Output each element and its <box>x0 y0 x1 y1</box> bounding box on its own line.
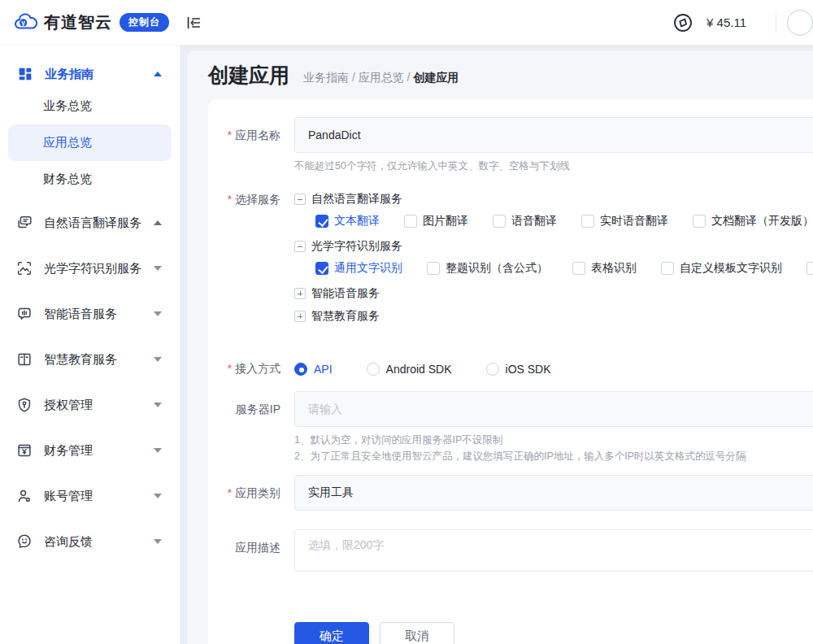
radio-icon[interactable] <box>486 363 499 376</box>
main-area: 创建应用 业务指南 应用总览 创建应用 应用名称 不能超过50个字符，仅允许输入… <box>180 46 813 644</box>
breadcrumb: 业务指南 应用总览 创建应用 <box>303 71 459 85</box>
collapse-minus-icon[interactable] <box>294 194 306 205</box>
checkbox-table-ocr[interactable]: 表格识别 <box>572 261 637 276</box>
confirm-button[interactable]: 确定 <box>294 622 369 644</box>
user-avatar[interactable] <box>787 10 813 36</box>
grid-dashboard-icon <box>16 65 34 83</box>
category-label: 应用类别 <box>208 475 280 511</box>
checkbox-text-translation[interactable]: 文本翻译 <box>315 214 380 228</box>
sidebar-item-finance[interactable]: 财务管理 <box>0 438 180 463</box>
sidebar-item-application-overview[interactable]: 应用总览 <box>8 124 172 161</box>
checkbox-realtime-speech-translation[interactable]: 实时语音翻译 <box>581 214 668 228</box>
radio-label: API <box>314 363 333 376</box>
checkbox-icon[interactable] <box>572 262 585 275</box>
sidebar-subitem-label: 业务总览 <box>43 98 92 114</box>
breadcrumb-item[interactable]: 业务指南 <box>303 71 359 85</box>
coin-balance-icon[interactable] <box>672 11 694 34</box>
sidebar-item-nlp-translation[interactable]: 自然语言翻译服务 <box>0 211 180 235</box>
breadcrumb-item[interactable]: 应用总览 <box>359 71 414 85</box>
finance-icon <box>15 442 33 459</box>
checkbox-icon[interactable] <box>581 215 594 228</box>
chevron-down-icon <box>154 402 162 407</box>
collapse-sidebar-button[interactable] <box>185 14 202 32</box>
radio-selected-icon[interactable] <box>294 363 307 376</box>
expand-plus-icon[interactable] <box>294 288 306 299</box>
service-group-nlp[interactable]: 自然语言翻译服务 <box>294 191 813 207</box>
create-app-form-card: 应用名称 不能超过50个字符，仅允许输入中英文、数字、空格与下划线 选择服务 <box>208 99 813 644</box>
checkbox-question-ocr[interactable]: 整题识别（含公式） <box>427 261 548 276</box>
sidebar-service-list: 自然语言翻译服务 光学字符识别服务 智能语音服务 <box>0 211 180 554</box>
category-select[interactable] <box>294 475 813 511</box>
sidebar: 业务指南 业务总览 应用总览 财务总览 自然语言翻译服务 <box>0 46 180 644</box>
checkbox-label: 自定义模板文字识别 <box>680 261 782 276</box>
service-group-education[interactable]: 智慧教育服务 <box>294 308 813 324</box>
education-service-icon <box>15 350 33 368</box>
page-head: 创建应用 业务指南 应用总览 创建应用 <box>187 50 813 99</box>
checkbox-clipped[interactable] <box>806 262 813 275</box>
expand-plus-icon[interactable] <box>294 311 306 322</box>
sidebar-item-label: 咨询反馈 <box>44 534 93 550</box>
server-ip-input[interactable] <box>294 391 813 427</box>
description-textarea[interactable] <box>294 529 813 572</box>
sidebar-item-business-guide[interactable]: 业务指南 <box>0 60 180 88</box>
checkbox-label: 通用文字识别 <box>334 261 402 276</box>
sidebar-item-voice[interactable]: 智能语音服务 <box>0 302 180 326</box>
sidebar-item-label: 自然语言翻译服务 <box>44 215 141 231</box>
services-label: 选择服务 <box>208 191 280 207</box>
checkbox-checked-icon[interactable] <box>315 215 328 228</box>
radio-label: iOS SDK <box>506 363 551 376</box>
checkbox-label: 文档翻译（开发版） <box>711 214 813 228</box>
checkbox-icon[interactable] <box>806 262 813 275</box>
logo-text: 有道智云 <box>44 11 112 33</box>
checkbox-image-translation[interactable]: 图片翻译 <box>404 214 468 228</box>
checkbox-label: 语音翻译 <box>511 214 557 228</box>
checkbox-icon[interactable] <box>493 215 506 228</box>
sidebar-item-ocr[interactable]: 光学字符识别服务 <box>0 256 180 281</box>
form-row-app-name: 应用名称 不能超过50个字符，仅允许输入中英文、数字、空格与下划线 <box>208 117 813 174</box>
collapse-minus-icon[interactable] <box>294 241 306 252</box>
service-group-ocr[interactable]: 光学字符识别服务 <box>294 238 813 255</box>
collapse-sidebar-icon <box>185 14 202 32</box>
server-ip-help-2: 2、为了正常且安全地使用智云产品，建议您填写正确的IP地址，输入多个IP时以英文… <box>294 449 813 464</box>
radio-api[interactable]: API <box>294 363 333 376</box>
checkbox-custom-template-ocr[interactable]: 自定义模板文字识别 <box>661 261 782 276</box>
main-panel: 创建应用 业务指南 应用总览 创建应用 应用名称 不能超过50个字符，仅允许输入… <box>187 50 813 644</box>
checkbox-icon[interactable] <box>427 262 440 275</box>
header-divider <box>776 12 776 33</box>
sidebar-item-label: 授权管理 <box>44 398 93 413</box>
checkbox-checked-icon[interactable] <box>315 262 328 275</box>
checkbox-label: 表格识别 <box>591 261 637 276</box>
radio-ios-sdk[interactable]: iOS SDK <box>486 363 551 376</box>
chevron-down-icon <box>154 311 162 316</box>
checkbox-general-ocr[interactable]: 通用文字识别 <box>315 261 402 276</box>
sidebar-item-account[interactable]: 账号管理 <box>0 484 180 508</box>
form-row-services: 选择服务 自然语言翻译服务 文本翻译 <box>208 191 813 329</box>
breadcrumb-item-current: 创建应用 <box>413 71 459 85</box>
cancel-button[interactable]: 取消 <box>380 622 454 644</box>
radio-icon[interactable] <box>367 363 380 376</box>
form-row-description: 应用描述 <box>208 529 813 575</box>
sidebar-item-authorization[interactable]: 授权管理 <box>0 393 180 417</box>
app-name-input[interactable] <box>294 117 813 153</box>
chevron-down-icon <box>154 494 162 498</box>
chevron-up-icon <box>154 220 162 225</box>
sidebar-item-feedback[interactable]: 咨询反馈 <box>0 529 180 554</box>
checkbox-speech-translation[interactable]: 语音翻译 <box>493 214 557 228</box>
checkbox-document-translation[interactable]: 文档翻译（开发版） <box>693 214 813 228</box>
service-options-nlp: 文本翻译 图片翻译 语音翻译 <box>315 212 813 230</box>
service-group-voice[interactable]: 智能语音服务 <box>294 285 813 302</box>
checkbox-icon[interactable] <box>404 215 417 228</box>
sidebar-subitem-label: 应用总览 <box>43 135 92 150</box>
sidebar-item-finance-overview[interactable]: 财务总览 <box>0 161 180 198</box>
logo[interactable]: y 有道智云 控制台 <box>0 11 180 35</box>
checkbox-icon[interactable] <box>693 215 706 228</box>
account-balance[interactable]: ¥ 45.11 <box>706 15 746 29</box>
checkbox-label: 图片翻译 <box>423 214 468 228</box>
radio-android-sdk[interactable]: Android SDK <box>367 363 452 376</box>
checkbox-icon[interactable] <box>661 262 674 275</box>
sidebar-item-label: 光学字符识别服务 <box>44 261 141 276</box>
sidebar-item-education[interactable]: 智慧教育服务 <box>0 347 180 372</box>
form-buttons: 确定 取消 <box>294 622 813 644</box>
sidebar-item-business-overview[interactable]: 业务总览 <box>0 88 180 124</box>
server-ip-help-1: 1、默认为空，对访问的应用服务器IP不设限制 <box>294 433 813 448</box>
